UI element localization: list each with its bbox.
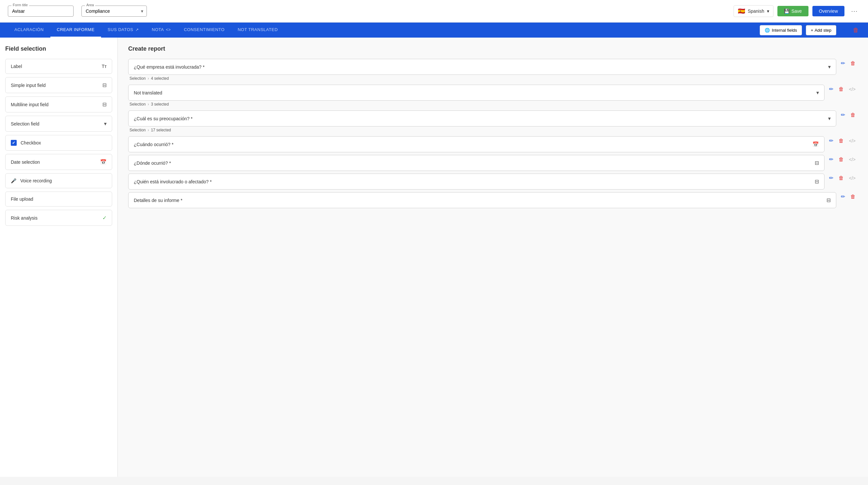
quien-delete-button[interactable]: 🗑 — [837, 174, 846, 182]
quien-field-card: ¿Quién está involucrado o afectado? * ⊟ — [128, 173, 825, 190]
cuando-code-button[interactable]: </> — [847, 137, 858, 145]
not-translated-field-card: Not translated ▾ — [128, 85, 825, 101]
preocupacion-chevron-icon: ▾ — [828, 116, 831, 122]
empresa-actions: ✏ 🗑 — [839, 59, 858, 68]
external-link-icon: ↗ — [135, 28, 139, 32]
detalles-label: Detalles de su informe * — [134, 198, 827, 203]
edit-step-button[interactable]: ✏ — [840, 25, 848, 35]
tab-consentimiento[interactable]: CONSENTIMIENTO — [177, 23, 231, 38]
field-item-multiline[interactable]: Multiline input field ⊟ — [5, 96, 112, 112]
detalles-delete-button[interactable]: 🗑 — [848, 193, 858, 201]
cuando-delete-button[interactable]: 🗑 — [837, 137, 846, 145]
donde-code-button[interactable]: </> — [847, 156, 858, 163]
language-selector[interactable]: 🇪🇸 Spanish ▾ — [734, 5, 773, 17]
quien-code-button[interactable]: </> — [847, 174, 858, 182]
language-label: Spanish — [748, 8, 764, 14]
multiline-label: Multiline input field — [11, 102, 49, 107]
field-item-label[interactable]: Label Tт — [5, 59, 112, 74]
input-icon: ⊟ — [102, 82, 106, 88]
arrow-icon-2: › — [148, 102, 149, 106]
cuando-label: ¿Cuándo ocurrió? * — [134, 142, 812, 147]
left-panel-title: Field selection — [5, 45, 112, 52]
area-label: Area — [85, 3, 95, 7]
form-item-detalles: Detalles de su informe * ⊟ ✏ 🗑 — [128, 192, 858, 208]
save-button[interactable]: 💾 Save — [777, 6, 808, 17]
detalles-field-card: Detalles de su informe * ⊟ — [128, 192, 836, 208]
detalles-edit-button[interactable]: ✏ — [839, 192, 847, 201]
not-translated-chevron-icon: ▾ — [816, 90, 819, 96]
preocupacion-selection-info: Selection › 17 selected — [129, 128, 858, 132]
lang-chevron-icon: ▾ — [767, 8, 769, 14]
field-item-risk-analysis[interactable]: Risk analysis ✓ — [5, 210, 112, 226]
preocupacion-label: ¿Cuál es su preocupación? * — [134, 116, 828, 121]
right-panel: Create report ¿Qué empresa está involucr… — [118, 38, 868, 477]
calendar-icon: 📅 — [100, 159, 106, 165]
form-item-quien: ¿Quién está involucrado o afectado? * ⊟ … — [128, 173, 858, 190]
tab-sus-datos[interactable]: SUS DATOS ↗ — [101, 23, 145, 38]
donde-delete-button[interactable]: 🗑 — [837, 155, 846, 164]
tab-aclaracion[interactable]: ACLARACIÓN — [8, 23, 50, 38]
overview-button[interactable]: Overview — [812, 6, 844, 17]
risk-icon: ✓ — [102, 215, 106, 221]
date-label: Date selection — [11, 160, 40, 165]
field-item-checkbox[interactable]: ✔ Checkbox — [5, 135, 112, 151]
form-item-preocupacion: ¿Cuál es su preocupación? * ▾ ✏ 🗑 Select… — [128, 110, 858, 132]
field-item-voice[interactable]: 🎤 Voice recording — [5, 173, 112, 188]
label-field-name: Label — [11, 64, 22, 69]
tab-nota[interactable]: NOTA <> — [145, 23, 177, 38]
empresa-edit-button[interactable]: ✏ — [839, 59, 847, 68]
field-item-file-upload[interactable]: File upload — [5, 192, 112, 206]
form-item-donde: ¿Dónde ocurrió? * ⊟ ✏ 🗑 </> — [128, 155, 858, 171]
area-select[interactable]: Compliance — [86, 8, 135, 14]
field-item-simple-input[interactable]: Simple input field ⊟ — [5, 77, 112, 93]
empresa-label: ¿Qué empresa está involucrada? * — [134, 64, 828, 70]
not-translated-code-button[interactable]: </> — [847, 85, 858, 93]
preocupacion-field-card: ¿Cuál es su preocupación? * ▾ — [128, 110, 836, 127]
detalles-actions: ✏ 🗑 — [839, 192, 858, 201]
delete-step-button[interactable]: 🗑 — [851, 26, 860, 35]
quien-input-icon: ⊟ — [815, 179, 819, 185]
globe-icon: 🌐 — [765, 28, 770, 33]
form-title-label: Form title — [11, 3, 29, 7]
chevron-icon: ▾ — [104, 121, 106, 127]
cuando-edit-button[interactable]: ✏ — [827, 136, 835, 145]
tab-not-translated[interactable]: NOT TRANSLATED — [231, 23, 284, 38]
quien-actions: ✏ 🗑 </> — [827, 173, 858, 182]
field-item-date[interactable]: Date selection 📅 — [5, 154, 112, 170]
quien-edit-button[interactable]: ✏ — [827, 173, 835, 182]
header-right: 🇪🇸 Spanish ▾ 💾 Save Overview ⋯ — [734, 5, 860, 17]
nav-right: 🌐 Internal fields + Add step ✏ 🗑 — [760, 25, 860, 35]
save-icon: 💾 — [784, 8, 789, 14]
tab-crear-informe[interactable]: CREAR INFORME — [50, 23, 101, 38]
not-translated-edit-button[interactable]: ✏ — [827, 85, 835, 94]
more-options-button[interactable]: ⋯ — [848, 6, 860, 17]
top-bar: Form title Area Compliance ▾ 🇪🇸 Spanish … — [0, 0, 868, 23]
donde-edit-button[interactable]: ✏ — [827, 155, 835, 164]
form-title-input[interactable] — [12, 8, 69, 14]
not-translated-delete-button[interactable]: 🗑 — [837, 85, 846, 94]
preocupacion-edit-button[interactable]: ✏ — [839, 110, 847, 119]
multiline-icon: ⊟ — [102, 101, 106, 107]
empresa-delete-button[interactable]: 🗑 — [848, 59, 858, 68]
preocupacion-delete-button[interactable]: 🗑 — [848, 111, 858, 119]
not-translated-actions: ✏ 🗑 </> — [827, 85, 858, 94]
arrow-icon-3: › — [148, 128, 149, 132]
cuando-actions: ✏ 🗑 </> — [827, 136, 858, 145]
cuando-calendar-icon: 📅 — [812, 141, 819, 148]
right-panel-title: Create report — [128, 45, 858, 52]
form-item-empresa: ¿Qué empresa está involucrada? * ▾ ✏ 🗑 S… — [128, 59, 858, 81]
voice-label: Voice recording — [20, 178, 52, 183]
internal-fields-button[interactable]: 🌐 Internal fields — [760, 25, 802, 35]
donde-actions: ✏ 🗑 </> — [827, 155, 858, 164]
preocupacion-actions: ✏ 🗑 — [839, 110, 858, 119]
cuando-field-card: ¿Cuándo ocurrió? * 📅 — [128, 136, 825, 152]
risk-label: Risk analysis — [11, 215, 38, 221]
checkbox-label: Checkbox — [21, 140, 41, 146]
form-item-cuando: ¿Cuándo ocurrió? * 📅 ✏ 🗑 </> — [128, 136, 858, 152]
not-translated-selection-info: Selection › 3 selected — [129, 102, 858, 106]
add-step-button[interactable]: + Add step — [806, 25, 836, 35]
donde-label: ¿Dónde ocurrió? * — [134, 160, 815, 166]
field-item-selection[interactable]: Selection field ▾ — [5, 116, 112, 132]
text-icon: Tт — [102, 64, 106, 69]
plus-icon: + — [811, 28, 813, 33]
